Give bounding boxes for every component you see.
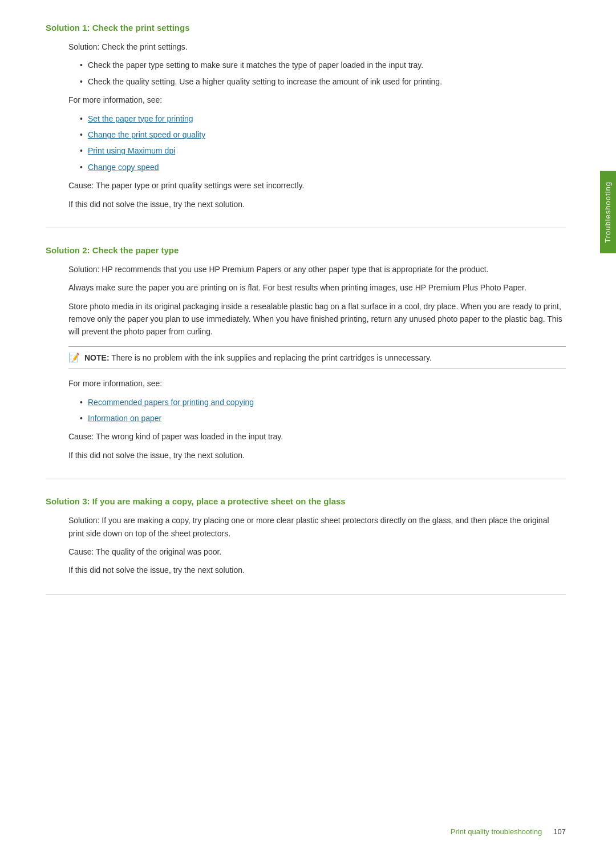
link-info-on-paper[interactable]: Information on paper bbox=[88, 414, 161, 423]
footer-page-number: 107 bbox=[553, 827, 566, 836]
solution1-intro: Solution: Check the print settings. bbox=[68, 41, 566, 53]
link-change-copy-speed[interactable]: Change copy speed bbox=[88, 163, 159, 172]
solution3-text-0: Solution: If you are making a copy, try … bbox=[68, 514, 566, 540]
section-solution1: Solution 1: Check the print settings Sol… bbox=[46, 23, 566, 211]
list-item: Print using Maximum dpi bbox=[80, 144, 566, 157]
solution1-bullet-list: Check the paper type setting to make sur… bbox=[80, 59, 566, 88]
solution3-body: Solution: If you are making a copy, try … bbox=[68, 514, 566, 577]
solution1-for-more-info: For more information, see: bbox=[68, 94, 566, 106]
section-solution2: Solution 2: Check the paper type Solutio… bbox=[46, 245, 566, 462]
solution3-heading: Solution 3: If you are making a copy, pl… bbox=[46, 496, 566, 506]
note-box: 📝 NOTE: There is no problem with the ink… bbox=[68, 346, 566, 369]
list-item: Set the paper type for printing bbox=[80, 112, 566, 125]
section-solution3: Solution 3: If you are making a copy, pl… bbox=[46, 496, 566, 577]
divider3 bbox=[46, 594, 566, 595]
footer-link[interactable]: Print quality troubleshooting bbox=[451, 827, 542, 836]
link-set-paper-type[interactable]: Set the paper type for printing bbox=[88, 114, 193, 123]
list-item: Recommended papers for printing and copy… bbox=[80, 396, 566, 409]
list-item: Change copy speed bbox=[80, 161, 566, 173]
solution2-links-list: Recommended papers for printing and copy… bbox=[80, 396, 566, 425]
solution2-text-0: Solution: HP recommends that you use HP … bbox=[68, 263, 566, 276]
note-body: There is no problem with the ink supplie… bbox=[111, 353, 432, 362]
page-container: Troubleshooting Solution 1: Check the pr… bbox=[0, 0, 616, 853]
solution1-heading: Solution 1: Check the print settings bbox=[46, 23, 566, 33]
divider1 bbox=[46, 228, 566, 228]
note-label: NOTE: bbox=[84, 353, 110, 362]
solution1-body: Solution: Check the print settings. Chec… bbox=[68, 41, 566, 211]
link-change-print-speed[interactable]: Change the print speed or quality bbox=[88, 130, 205, 139]
solution3-if-not-solved: If this did not solve the issue, try the… bbox=[68, 564, 566, 576]
solution2-if-not-solved: If this did not solve the issue, try the… bbox=[68, 449, 566, 462]
solution2-text-1: Always make sure the paper you are print… bbox=[68, 281, 566, 294]
footer-area: Print quality troubleshooting 107 bbox=[0, 827, 600, 836]
link-print-max-dpi[interactable]: Print using Maximum dpi bbox=[88, 146, 175, 155]
divider2 bbox=[46, 479, 566, 479]
sidebar-label: Troubleshooting bbox=[603, 181, 612, 243]
solution3-cause: Cause: The quality of the original was p… bbox=[68, 545, 566, 558]
list-item: Check the paper type setting to make sur… bbox=[80, 59, 566, 71]
sidebar-tab: Troubleshooting bbox=[600, 171, 616, 253]
footer-right: Print quality troubleshooting 107 bbox=[451, 827, 566, 836]
solution2-cause: Cause: The wrong kind of paper was loade… bbox=[68, 430, 566, 443]
solution2-body: Solution: HP recommends that you use HP … bbox=[68, 263, 566, 462]
solution1-cause: Cause: The paper type or print quality s… bbox=[68, 179, 566, 192]
solution2-text-2: Store photo media in its original packag… bbox=[68, 300, 566, 338]
list-item: Change the print speed or quality bbox=[80, 128, 566, 141]
solution2-for-more-info: For more information, see: bbox=[68, 377, 566, 390]
note-text: NOTE: There is no problem with the ink s… bbox=[84, 351, 432, 364]
solution1-links-list: Set the paper type for printing Change t… bbox=[80, 112, 566, 174]
link-recommended-papers[interactable]: Recommended papers for printing and copy… bbox=[88, 398, 254, 407]
solution1-if-not-solved: If this did not solve the issue, try the… bbox=[68, 198, 566, 211]
list-item: Check the quality setting. Use a higher … bbox=[80, 75, 566, 88]
list-item: Information on paper bbox=[80, 412, 566, 425]
main-content: Solution 1: Check the print settings Sol… bbox=[0, 0, 600, 853]
note-icon: 📝 bbox=[68, 352, 80, 363]
solution2-heading: Solution 2: Check the paper type bbox=[46, 245, 566, 255]
